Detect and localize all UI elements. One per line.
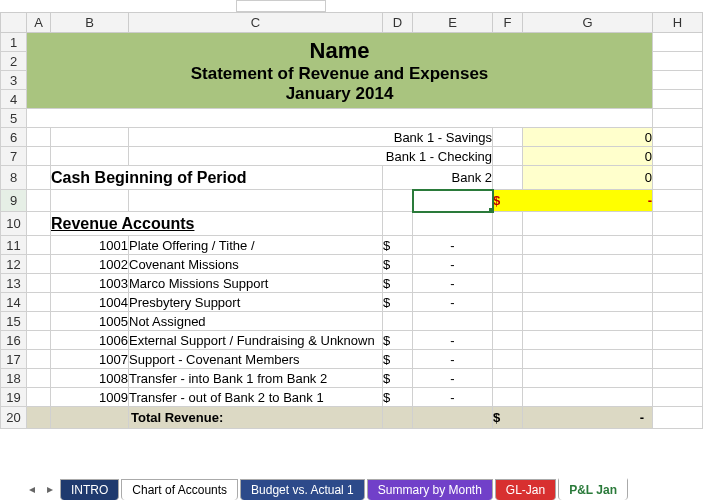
col-A[interactable]: A (27, 13, 51, 33)
acct-num: 1006 (51, 331, 129, 350)
acct-num: 1001 (51, 236, 129, 255)
row-6[interactable]: 6 (1, 128, 27, 147)
acct-num: 1007 (51, 350, 129, 369)
tab-nav-prev-icon[interactable]: ◂ (24, 481, 40, 497)
tab-coa[interactable]: Chart of Accounts (121, 479, 238, 500)
fill-handle[interactable] (489, 208, 493, 212)
amt-val[interactable]: - (413, 236, 493, 255)
total-revenue-label: Total Revenue: (129, 407, 383, 429)
acct-name: Support - Covenant Members (129, 350, 383, 369)
acct-name: Transfer - out of Bank 2 to Bank 1 (129, 388, 383, 407)
row-10[interactable]: 10 (1, 212, 27, 236)
acct-num: 1008 (51, 369, 129, 388)
cash-sum-symbol: $ (493, 190, 523, 212)
acct-num: 1002 (51, 255, 129, 274)
amt-sym: $ (383, 255, 413, 274)
row-13[interactable]: 13 (1, 274, 27, 293)
col-F[interactable]: F (493, 13, 523, 33)
amt-sym: $ (383, 331, 413, 350)
row-3[interactable]: 3 (1, 71, 27, 90)
acct-num: 1003 (51, 274, 129, 293)
row-16[interactable]: 16 (1, 331, 27, 350)
selected-cell[interactable] (413, 190, 493, 212)
acct-name: Marco Missions Support (129, 274, 383, 293)
tab-pljan[interactable]: P&L Jan (558, 478, 628, 500)
cash-beginning-label: Cash Beginning of Period (51, 166, 383, 190)
row-9[interactable]: 9 (1, 190, 27, 212)
col-B[interactable]: B (51, 13, 129, 33)
amt-sym: $ (383, 274, 413, 293)
row-5[interactable]: 5 (1, 109, 27, 128)
formula-bar-fragment[interactable] (236, 0, 326, 12)
column-header-row[interactable]: A B C D E F G H (1, 13, 703, 33)
acct-num: 1005 (51, 312, 129, 331)
row-4[interactable]: 4 (1, 90, 27, 109)
row-15[interactable]: 15 (1, 312, 27, 331)
row-2[interactable]: 2 (1, 52, 27, 71)
amt-val[interactable]: - (413, 388, 493, 407)
row-20[interactable]: 20 (1, 407, 27, 429)
amt-sym: $ (383, 388, 413, 407)
col-D[interactable]: D (383, 13, 413, 33)
row-14[interactable]: 14 (1, 293, 27, 312)
row-1[interactable]: 1 (1, 33, 27, 52)
row-8[interactable]: 8 (1, 166, 27, 190)
amt-val[interactable]: - (413, 331, 493, 350)
page-title-name: Name (27, 38, 652, 64)
acct-num: 1004 (51, 293, 129, 312)
bank-label-2: Bank 2 (383, 166, 493, 190)
row-18[interactable]: 18 (1, 369, 27, 388)
col-G[interactable]: G (523, 13, 653, 33)
amt-val[interactable]: - (413, 369, 493, 388)
tab-bva[interactable]: Budget vs. Actual 1 (240, 479, 365, 500)
tab-sbm[interactable]: Summary by Month (367, 479, 493, 500)
bank-label-0: Bank 1 - Savings (129, 128, 493, 147)
tab-gljan[interactable]: GL-Jan (495, 479, 556, 500)
amt-sym: $ (383, 293, 413, 312)
acct-name: External Support / Fundraising & Unknown (129, 331, 383, 350)
row-11[interactable]: 11 (1, 236, 27, 255)
col-C[interactable]: C (129, 13, 383, 33)
row-19[interactable]: 19 (1, 388, 27, 407)
acct-name: Not Assigned (129, 312, 383, 331)
amt-sym: $ (383, 236, 413, 255)
total-revenue-val: - (523, 407, 653, 429)
acct-num: 1009 (51, 388, 129, 407)
page-title-stmt: Statement of Revenue and Expenses (27, 64, 652, 84)
acct-name: Plate Offering / Tithe / (129, 236, 383, 255)
col-E[interactable]: E (413, 13, 493, 33)
amt-val[interactable]: - (413, 274, 493, 293)
acct-name: Presbytery Support (129, 293, 383, 312)
amt-val[interactable]: - (413, 350, 493, 369)
bank-value-1[interactable]: 0 (523, 147, 653, 166)
tab-intro[interactable]: INTRO (60, 479, 119, 500)
amt-sym: $ (383, 369, 413, 388)
spreadsheet-grid[interactable]: A B C D E F G H 1 Name Statement of Reve… (0, 12, 703, 429)
amt-val[interactable]: - (413, 255, 493, 274)
row-7[interactable]: 7 (1, 147, 27, 166)
bank-label-1: Bank 1 - Checking (129, 147, 493, 166)
page-title-period: January 2014 (27, 84, 652, 104)
tab-nav-next-icon[interactable]: ▸ (42, 481, 58, 497)
acct-name: Transfer - into Bank 1 from Bank 2 (129, 369, 383, 388)
sheet-tabs: ◂ ▸ INTRO Chart of Accounts Budget vs. A… (0, 478, 723, 500)
bank-value-0[interactable]: 0 (523, 128, 653, 147)
bank-value-2[interactable]: 0 (523, 166, 653, 190)
col-H[interactable]: H (653, 13, 703, 33)
revenue-header: Revenue Accounts (51, 212, 383, 236)
acct-name: Covenant Missions (129, 255, 383, 274)
amt-sym: $ (383, 350, 413, 369)
total-revenue-sym: $ (493, 407, 523, 429)
row-12[interactable]: 12 (1, 255, 27, 274)
cash-sum-value: - (523, 190, 653, 212)
amt-val[interactable]: - (413, 293, 493, 312)
row-17[interactable]: 17 (1, 350, 27, 369)
